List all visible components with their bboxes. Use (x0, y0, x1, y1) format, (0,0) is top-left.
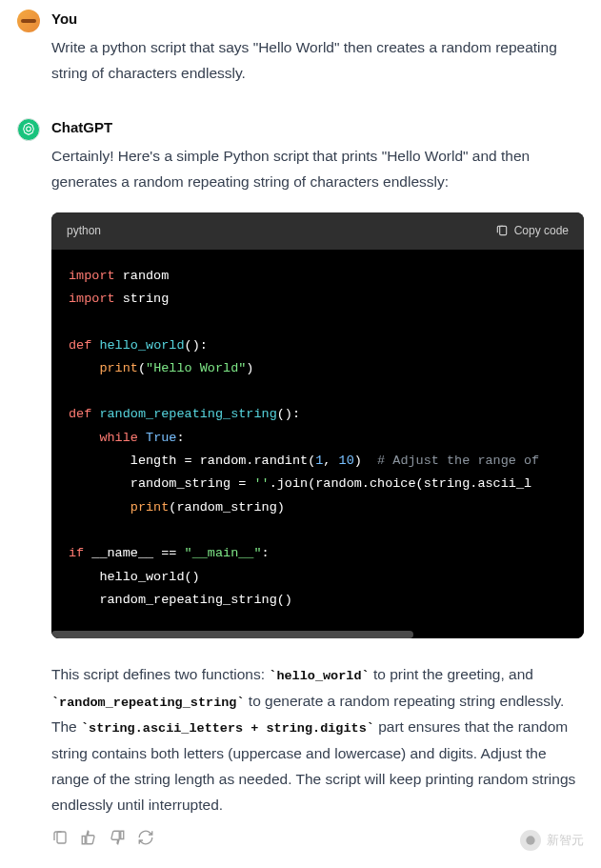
svg-rect-1 (499, 226, 506, 234)
assistant-body: ChatGPT Certainly! Here's a simple Pytho… (51, 116, 584, 846)
thumbs-up-icon[interactable] (80, 829, 97, 846)
code-block: python Copy code import random import st… (51, 212, 584, 639)
svg-rect-2 (57, 832, 66, 843)
assistant-outro: This script defines two functions: `hell… (51, 661, 584, 818)
user-name: You (51, 8, 584, 30)
user-body: You Write a python script that says "Hel… (51, 8, 584, 86)
watermark-text: 新智元 (547, 831, 584, 851)
code-scrollbar-thumb[interactable] (51, 631, 413, 638)
regenerate-icon[interactable] (137, 829, 154, 846)
code-scrollbar[interactable] (51, 631, 584, 638)
watermark-icon (520, 830, 541, 851)
user-message: You Write a python script that says "Hel… (17, 8, 584, 86)
code-lang-label: python (67, 222, 101, 240)
inline-code-random: `random_repeating_string` (51, 696, 245, 710)
user-avatar (17, 10, 40, 32)
assistant-name: ChatGPT (51, 116, 584, 139)
inline-code-hello: `hello_world` (269, 669, 369, 683)
copy-code-label: Copy code (514, 222, 569, 240)
assistant-message: ChatGPT Certainly! Here's a simple Pytho… (17, 116, 584, 846)
code-body[interactable]: import random import string def hello_wo… (51, 250, 584, 631)
copy-icon[interactable] (51, 829, 69, 846)
copy-code-button[interactable]: Copy code (495, 222, 569, 240)
assistant-avatar (17, 118, 40, 141)
svg-point-0 (27, 127, 31, 131)
thumbs-down-icon[interactable] (109, 829, 126, 846)
code-header: python Copy code (51, 212, 584, 250)
inline-code-ascii: `string.ascii_letters + string.digits` (81, 721, 374, 736)
watermark: 新智元 (520, 830, 584, 851)
svg-point-3 (526, 836, 534, 844)
user-text: Write a python script that says "Hello W… (51, 34, 584, 86)
assistant-intro: Certainly! Here's a simple Python script… (51, 143, 584, 194)
clipboard-icon (495, 224, 509, 237)
message-actions (51, 829, 584, 846)
openai-icon (21, 122, 36, 137)
